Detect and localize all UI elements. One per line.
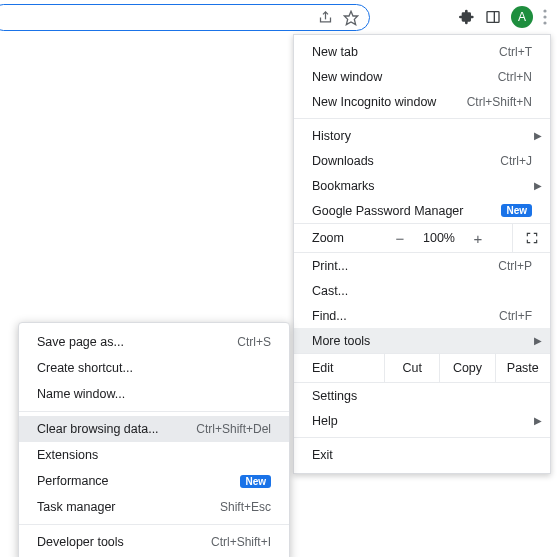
svg-marker-0: [344, 11, 357, 24]
menu-new-window[interactable]: New window Ctrl+N: [294, 64, 550, 89]
paste-button[interactable]: Paste: [495, 354, 550, 382]
menu-downloads[interactable]: Downloads Ctrl+J: [294, 148, 550, 173]
svg-rect-1: [487, 12, 499, 23]
menu-bookmarks[interactable]: Bookmarks ▶: [294, 173, 550, 198]
menu-new-incognito[interactable]: New Incognito window Ctrl+Shift+N: [294, 89, 550, 114]
browser-toolbar-right: A: [459, 0, 557, 34]
side-panel-icon[interactable]: [485, 9, 501, 25]
menu-new-tab[interactable]: New tab Ctrl+T: [294, 39, 550, 64]
chevron-right-icon: ▶: [534, 415, 542, 426]
separator: [19, 411, 289, 412]
zoom-label: Zoom: [312, 231, 384, 245]
menu-help[interactable]: Help ▶: [294, 408, 550, 433]
menu-exit[interactable]: Exit: [294, 442, 550, 467]
cut-button[interactable]: Cut: [384, 354, 439, 382]
menu-print[interactable]: Print... Ctrl+P: [294, 253, 550, 278]
edit-label: Edit: [294, 361, 384, 375]
share-icon[interactable]: [318, 10, 333, 25]
submenu-extensions[interactable]: Extensions: [19, 442, 289, 468]
separator: [294, 118, 550, 119]
fullscreen-button[interactable]: [512, 224, 550, 252]
copy-button[interactable]: Copy: [439, 354, 494, 382]
menu-find[interactable]: Find... Ctrl+F: [294, 303, 550, 328]
profile-avatar[interactable]: A: [511, 6, 533, 28]
star-icon[interactable]: [343, 10, 359, 26]
submenu-name-window[interactable]: Name window...: [19, 381, 289, 407]
submenu-clear-browsing-data[interactable]: Clear browsing data... Ctrl+Shift+Del: [19, 416, 289, 442]
svg-point-4: [543, 15, 546, 18]
menu-zoom-row: Zoom − 100% +: [294, 223, 550, 253]
zoom-percent: 100%: [416, 231, 462, 245]
chevron-right-icon: ▶: [534, 130, 542, 141]
avatar-letter: A: [518, 10, 526, 24]
omnibox[interactable]: [0, 4, 370, 31]
menu-edit-row: Edit Cut Copy Paste: [294, 353, 550, 383]
submenu-performance[interactable]: Performance New: [19, 468, 289, 494]
zoom-out-button[interactable]: −: [384, 230, 416, 247]
menu-cast[interactable]: Cast...: [294, 278, 550, 303]
submenu-developer-tools[interactable]: Developer tools Ctrl+Shift+I: [19, 529, 289, 555]
zoom-in-button[interactable]: +: [462, 230, 494, 247]
new-badge: New: [501, 204, 532, 217]
separator: [294, 437, 550, 438]
chevron-right-icon: ▶: [534, 180, 542, 191]
svg-point-3: [543, 9, 546, 12]
chrome-main-menu: New tab Ctrl+T New window Ctrl+N New Inc…: [293, 34, 551, 474]
menu-password-manager[interactable]: Google Password Manager New: [294, 198, 550, 223]
submenu-create-shortcut[interactable]: Create shortcut...: [19, 355, 289, 381]
menu-history[interactable]: History ▶: [294, 123, 550, 148]
chevron-right-icon: ▶: [534, 335, 542, 346]
separator: [19, 524, 289, 525]
kebab-menu-icon[interactable]: [543, 9, 547, 25]
menu-settings[interactable]: Settings: [294, 383, 550, 408]
submenu-task-manager[interactable]: Task manager Shift+Esc: [19, 494, 289, 520]
menu-more-tools[interactable]: More tools ▶: [294, 328, 550, 353]
more-tools-submenu: Save page as... Ctrl+S Create shortcut..…: [18, 322, 290, 557]
submenu-save-page[interactable]: Save page as... Ctrl+S: [19, 329, 289, 355]
new-badge: New: [240, 475, 271, 488]
svg-point-5: [543, 21, 546, 24]
extensions-icon[interactable]: [459, 9, 475, 25]
